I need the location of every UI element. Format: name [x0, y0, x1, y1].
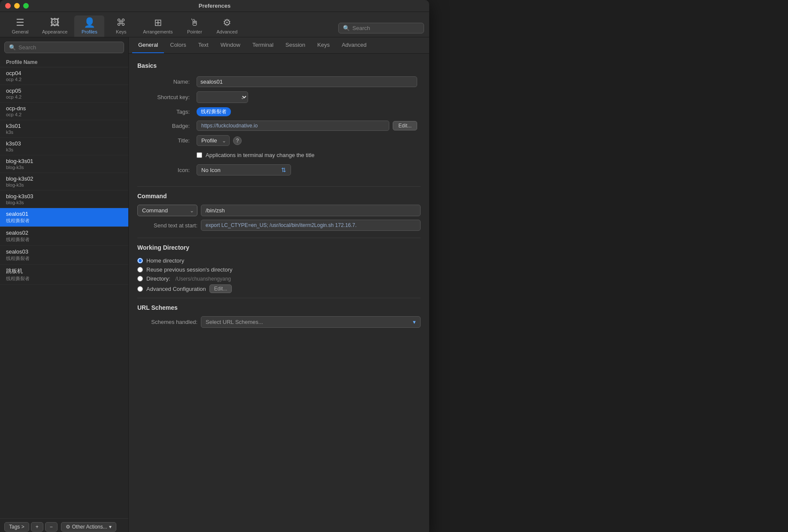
shortcut-label: Shortcut key:: [137, 89, 193, 105]
icon-arrows-icon: ⇅: [281, 166, 286, 173]
list-item[interactable]: k3s03 k3s: [0, 138, 128, 155]
profile-name: sealos03: [6, 248, 122, 255]
toolbar-item-keys[interactable]: ⌘ Keys: [106, 15, 136, 37]
toolbar-item-arrangements[interactable]: ⊞ Arrangements: [138, 15, 178, 37]
icon-row: Icon: No Icon ⇅: [137, 162, 421, 178]
tab-terminal[interactable]: Terminal: [246, 37, 279, 53]
radio-home-dir-input[interactable]: [137, 258, 143, 263]
tab-text[interactable]: Text: [192, 37, 215, 53]
radio-home-dir-label: Home directory: [146, 257, 184, 264]
toolbar-item-general[interactable]: ☰ General: [5, 15, 35, 37]
tab-general[interactable]: General: [132, 37, 164, 53]
sidebar-search-container[interactable]: 🔍: [4, 42, 124, 53]
toolbar-item-pointer[interactable]: 🖱 Pointer: [179, 15, 209, 37]
sidebar-search-input[interactable]: [18, 44, 119, 51]
title-select[interactable]: Profile Name Job: [197, 135, 230, 146]
toolbar-label-keys: Keys: [116, 29, 126, 34]
title-change-checkbox[interactable]: [197, 152, 202, 158]
toolbar-item-appearance[interactable]: 🖼 Appearance: [37, 15, 73, 37]
window-title: Preferences: [199, 3, 230, 9]
profile-sub: blog-k3s: [6, 200, 122, 205]
list-item[interactable]: ocp05 ocp 4.2: [0, 85, 128, 103]
tag-badge[interactable]: 线程撕裂者: [197, 107, 231, 116]
pointer-icon: 🖱: [190, 17, 199, 28]
badge-label: Badge:: [137, 118, 193, 133]
url-schemes-select[interactable]: Select URL Schemes... ▾: [201, 316, 421, 328]
profile-list-header: Profile Name: [0, 57, 128, 67]
shortcut-select[interactable]: [197, 91, 248, 103]
radio-reuse-label: Reuse previous session's directory: [146, 266, 232, 273]
radio-advanced-input[interactable]: [137, 286, 143, 292]
command-type-select[interactable]: Command Login shell Custom shell: [137, 205, 197, 216]
toolbar-item-profiles[interactable]: 👤 Profiles: [74, 15, 104, 37]
radio-reuse-input[interactable]: [137, 267, 143, 272]
profile-sub: blog-k3s: [6, 165, 122, 170]
close-button[interactable]: [5, 3, 11, 9]
toolbar: ☰ General 🖼 Appearance 👤 Profiles ⌘ Keys…: [0, 12, 429, 37]
main-layout: 🔍 Profile Name ocp04 ocp 4.2 ocp05 ocp 4…: [0, 37, 429, 532]
profile-name: ocp05: [6, 88, 122, 94]
profile-name: 跳板机: [6, 267, 122, 275]
list-item[interactable]: ocp-dns ocp 4.2: [0, 103, 128, 120]
name-input[interactable]: [197, 76, 417, 87]
profile-name: blog-k3s01: [6, 158, 122, 164]
badge-row-inner: https://fuckcloudnative.io Edit...: [197, 121, 417, 131]
list-item[interactable]: ocp04 ocp 4.2: [0, 67, 128, 85]
tab-window[interactable]: Window: [215, 37, 246, 53]
list-item[interactable]: blog-k3s01 blog-k3s: [0, 155, 128, 173]
list-item[interactable]: k3s01 k3s: [0, 120, 128, 138]
advanced-config-edit-button[interactable]: Edit...: [209, 284, 232, 293]
tags-button[interactable]: Tags >: [4, 522, 29, 532]
toolbar-search[interactable]: 🔍: [338, 23, 424, 33]
list-item[interactable]: blog-k3s03 blog-k3s: [0, 190, 128, 208]
radio-dir-input[interactable]: [137, 276, 143, 281]
profile-name: sealos01: [6, 211, 122, 217]
add-profile-button[interactable]: +: [31, 522, 43, 532]
general-icon: ☰: [16, 17, 24, 28]
url-schemes-placeholder: Select URL Schemes...: [206, 319, 263, 325]
working-dir-section-title: Working Directory: [137, 244, 421, 251]
profile-name: blog-k3s03: [6, 193, 122, 200]
minimize-button[interactable]: [14, 3, 20, 9]
search-input[interactable]: [352, 25, 419, 31]
toolbar-item-advanced[interactable]: ⚙ Advanced: [211, 15, 242, 37]
working-dir-radio-group: Home directory Reuse previous session's …: [137, 256, 421, 294]
profile-name: k3s01: [6, 123, 122, 129]
badge-edit-button[interactable]: Edit...: [393, 121, 417, 130]
maximize-button[interactable]: [23, 3, 29, 9]
command-row: Command Login shell Custom shell /bin/zs…: [137, 205, 421, 216]
send-text-row: Send text at start: export LC_CTYPE=en_U…: [137, 220, 421, 231]
search-icon: 🔍: [343, 25, 350, 31]
tab-colors[interactable]: Colors: [164, 37, 192, 53]
remove-profile-button[interactable]: −: [45, 522, 58, 532]
title-change-checkbox-row: Applications in terminal may change the …: [197, 150, 417, 160]
radio-home-dir: Home directory: [137, 256, 421, 265]
tab-keys[interactable]: Keys: [311, 37, 336, 53]
list-item[interactable]: sealos03 线程撕裂者: [0, 246, 128, 265]
other-actions-button[interactable]: ⚙ Other Actions... ▾: [61, 522, 116, 532]
list-item[interactable]: sealos02 线程撕裂者: [0, 227, 128, 246]
list-item[interactable]: blog-k3s02 blog-k3s: [0, 173, 128, 190]
toolbar-label-pointer: Pointer: [187, 29, 202, 34]
basics-form-table: Name: Shortcut key: Tags:: [137, 74, 421, 178]
profile-sub: 线程撕裂者: [6, 275, 122, 282]
tags-label: Tags >: [9, 524, 24, 530]
arrangements-icon: ⊞: [154, 17, 162, 28]
sidebar: 🔍 Profile Name ocp04 ocp 4.2 ocp05 ocp 4…: [0, 37, 129, 532]
appearance-icon: 🖼: [50, 17, 60, 28]
icon-select[interactable]: No Icon ⇅: [197, 164, 291, 175]
list-item[interactable]: 跳板机 线程撕裂者: [0, 265, 128, 285]
title-check-row: Applications in terminal may change the …: [137, 148, 421, 162]
list-item[interactable]: sealos01 线程撕裂者: [0, 208, 128, 227]
shortcut-select-wrapper: [197, 91, 248, 103]
help-button[interactable]: ?: [233, 136, 242, 145]
profile-name: blog-k3s02: [6, 175, 122, 182]
tab-advanced[interactable]: Advanced: [336, 37, 373, 53]
title-bar: Preferences: [0, 0, 429, 12]
add-icon: +: [36, 524, 39, 530]
url-schemes-row: Schemes handled: Select URL Schemes... ▾: [137, 316, 421, 328]
url-schemes-label: Schemes handled:: [137, 319, 197, 325]
profile-name: ocp04: [6, 70, 122, 76]
tab-session[interactable]: Session: [279, 37, 311, 53]
url-schemes-section-title: URL Schemes: [137, 304, 421, 311]
